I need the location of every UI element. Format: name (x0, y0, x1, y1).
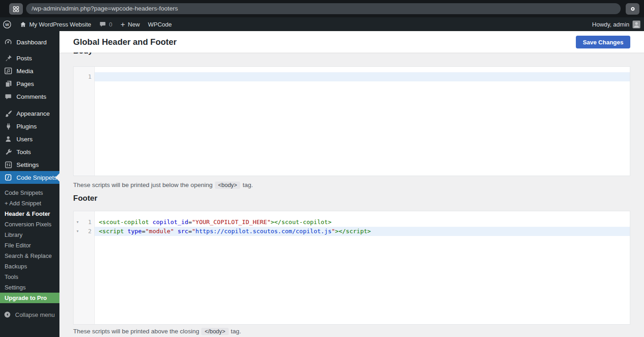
sidebar-item-label: Dashboard (16, 39, 47, 46)
wpcode-adminbar-menu[interactable]: WPCode (144, 17, 176, 31)
plus-icon: + (121, 21, 125, 28)
site-name-menu[interactable]: My WordPress Website (16, 17, 95, 31)
code-content[interactable]: <script type="module" src="https://copil… (95, 227, 630, 236)
subitem-header-footer[interactable]: Header & Footer (0, 209, 59, 219)
app-grid-button[interactable] (9, 3, 23, 15)
avatar[interactable] (633, 21, 640, 28)
sidebar-item-label: Users (16, 136, 32, 143)
sidebar-item-label: Media (16, 68, 33, 75)
dashboard-icon (0, 38, 16, 46)
subitem-tools[interactable]: Tools (0, 272, 59, 282)
sidebar-item-label: Appearance (16, 110, 50, 117)
wrench-icon (0, 148, 16, 156)
grid-icon (12, 5, 20, 13)
sidebar-item-label: Pages (16, 80, 34, 87)
subitem-file-editor[interactable]: File Editor (0, 240, 59, 251)
sidebar-item-label: Comments (16, 93, 46, 100)
user-icon (0, 135, 16, 143)
body-code-editor[interactable]: 1 (73, 66, 630, 176)
svg-text:W: W (5, 22, 9, 27)
wordpress-admin-screen: /wp-admin/admin.php?page=wpcode-headers-… (0, 0, 644, 337)
code-line[interactable]: ▼2<script type="module" src="https://cop… (74, 227, 630, 236)
footer-section-heading: Footer (73, 194, 97, 203)
site-name-label: My WordPress Website (29, 21, 91, 28)
sidebar-item-appearance[interactable]: Appearance (0, 107, 59, 120)
editor-gutter (74, 67, 95, 176)
collapse-menu-button[interactable]: Collapse menu (0, 309, 59, 320)
subitem-library[interactable]: Library (0, 230, 59, 240)
wpcode-adminbar-label: WPCode (148, 21, 172, 28)
media-icon (0, 67, 16, 75)
subitem-code-snippets[interactable]: Code Snippets (0, 187, 59, 198)
fold-gutter (74, 72, 81, 81)
new-label: New (128, 21, 140, 28)
sidebar-item-label: Posts (16, 55, 32, 62)
line-number: 1 (81, 218, 95, 227)
footer-help-text: These scripts will be printed above the … (73, 328, 241, 335)
subitem-search-replace[interactable]: Search & Replace (0, 251, 59, 261)
wp-logo-menu[interactable]: W (0, 17, 16, 31)
sidebar-item-label: Plugins (16, 123, 37, 130)
plug-icon (0, 123, 16, 130)
address-bar[interactable]: /wp-admin/admin.php?page=wpcode-headers-… (26, 3, 621, 14)
sidebar-item-pages[interactable]: Pages (0, 77, 59, 90)
subitem-settings[interactable]: Settings (0, 282, 59, 293)
code-content[interactable]: <scout-copilot copilot_id="YOUR_COPILOT_… (95, 218, 630, 227)
comments-menu[interactable]: 0 (95, 17, 116, 31)
wpcode-icon (0, 174, 16, 181)
code-line[interactable]: ▼1<scout-copilot copilot_id="YOUR_COPILO… (74, 218, 630, 227)
body-close-tag-chip: </body> (201, 328, 228, 335)
brush-icon (0, 110, 16, 118)
pages-icon (0, 80, 16, 88)
howdy-label: Howdy, admin (592, 21, 629, 28)
settings-icon (0, 161, 16, 169)
body-section-heading: Body (73, 53, 93, 56)
home-icon (20, 21, 27, 28)
account-menu[interactable]: Howdy, admin (592, 17, 640, 31)
sidebar-item-plugins[interactable]: Plugins (0, 120, 59, 133)
gear-icon (629, 5, 636, 12)
sidebar-item-label: Code Snippets (16, 174, 57, 181)
sidebar-item-tools[interactable]: Tools (0, 145, 59, 158)
collapse-arrow-icon (4, 311, 11, 318)
fold-arrow-icon[interactable]: ▼ (74, 227, 81, 236)
comment-bubble-icon (99, 21, 106, 27)
sidebar-item-settings[interactable]: Settings (0, 158, 59, 171)
code-line[interactable]: 1 (74, 72, 630, 81)
code-snippets-submenu: Code Snippets + Add Snippet Header & Foo… (0, 184, 59, 303)
subitem-backups[interactable]: Backups (0, 261, 59, 272)
main-content: Global Header and Footer Save Changes Bo… (59, 31, 644, 337)
collapse-menu-label: Collapse menu (15, 311, 55, 318)
footer-code-editor[interactable]: ▼1<scout-copilot copilot_id="YOUR_COPILO… (73, 211, 630, 325)
subitem-upgrade-to-pro[interactable]: Upgrade to Pro (0, 293, 59, 303)
comments-count: 0 (109, 21, 112, 28)
sidebar-item-code-snippets[interactable]: Code Snippets (0, 171, 59, 184)
admin-sidebar: Dashboard Posts Media Pages Comments (0, 31, 59, 337)
browser-settings-button[interactable] (626, 3, 639, 15)
fold-arrow-icon[interactable]: ▼ (74, 218, 81, 227)
body-help-text: These scripts will be printed just below… (73, 182, 253, 189)
new-content-menu[interactable]: + New (117, 17, 144, 31)
browser-topbar: /wp-admin/admin.php?page=wpcode-headers-… (0, 0, 644, 17)
sidebar-item-users[interactable]: Users (0, 133, 59, 145)
pushpin-icon (0, 54, 16, 62)
sidebar-item-media[interactable]: Media (0, 64, 59, 77)
sidebar-item-posts[interactable]: Posts (0, 52, 59, 64)
wp-admin-bar: W My WordPress Website 0 + New WPCode Ho… (0, 17, 644, 31)
comments-icon (0, 93, 16, 100)
body-section-heading-clipped: Body (73, 53, 93, 57)
line-number: 1 (81, 72, 95, 81)
wordpress-logo-icon: W (3, 20, 11, 29)
page-title: Global Header and Footer (73, 31, 177, 53)
page-header: Global Header and Footer Save Changes (59, 31, 644, 53)
code-content[interactable] (95, 72, 630, 81)
save-changes-button[interactable]: Save Changes (576, 36, 630, 48)
body-tag-chip: <body> (215, 182, 241, 189)
subitem-conversion-pixels[interactable]: Conversion Pixels (0, 219, 59, 230)
sidebar-item-comments[interactable]: Comments (0, 90, 59, 103)
sidebar-item-label: Settings (16, 161, 39, 168)
footer-code-lines: ▼1<scout-copilot copilot_id="YOUR_COPILO… (74, 211, 630, 236)
sidebar-item-dashboard[interactable]: Dashboard (0, 36, 59, 48)
subitem-add-snippet[interactable]: + Add Snippet (0, 198, 59, 209)
sidebar-item-label: Tools (16, 149, 31, 155)
